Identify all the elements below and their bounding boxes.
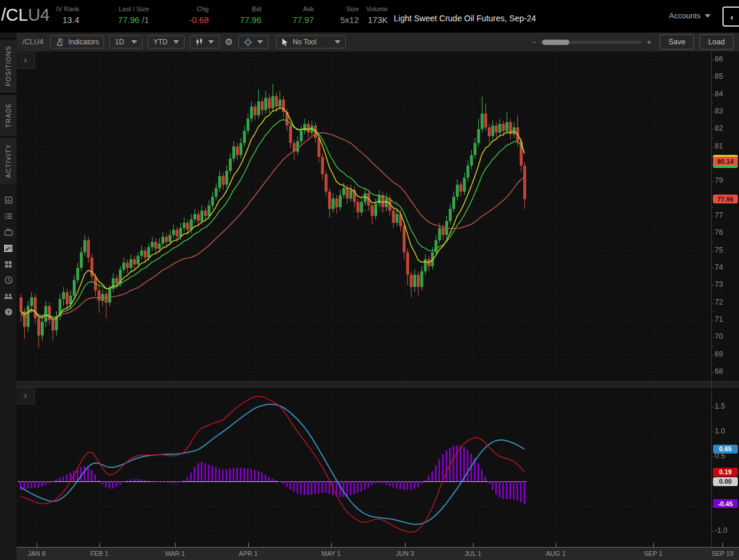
chevron-down-icon	[335, 40, 341, 44]
timeframe-value: 1D	[115, 38, 124, 46]
indicators-label: Indicators	[68, 38, 99, 46]
price-tick-label: 75	[715, 246, 723, 254]
tab-label: POSITIONS	[5, 46, 12, 87]
watchlist-icon[interactable]	[0, 208, 17, 224]
price-tick-label: 81	[715, 142, 723, 150]
left-sidebar: POSITIONS TRADE ACTIVITY ?	[0, 33, 17, 560]
instrument-description: Light Sweet Crude Oil Futures, Sep-24	[394, 14, 536, 23]
chart-settings-gear-icon[interactable]: ⚙	[225, 37, 232, 47]
tv-icon[interactable]	[0, 224, 17, 240]
zoom-in-label[interactable]: +	[647, 37, 652, 47]
time-tick-label: SEP 1	[644, 550, 663, 557]
price-macd-chart-canvas[interactable]	[17, 51, 739, 547]
candlestick-chart-icon	[195, 38, 203, 46]
range-value: YTD	[153, 38, 167, 46]
macd-value-label: 0.65	[713, 445, 738, 454]
price-tick-label: 69	[715, 350, 723, 358]
crosshair-dropdown[interactable]	[238, 35, 268, 48]
cursor-arrow-icon	[281, 38, 289, 46]
drawing-tool-dropdown[interactable]: No Tool	[276, 35, 346, 48]
price-tick-label: 86	[715, 55, 723, 63]
ma-slow-price-label: 80.14	[713, 157, 738, 166]
community-icon[interactable]	[0, 288, 17, 304]
price-tick-label: 74	[715, 263, 723, 271]
chevron-down-icon	[257, 40, 263, 44]
price-tick-label: 70	[715, 332, 723, 341]
accounts-dropdown[interactable]: Accounts	[669, 11, 711, 20]
chevron-down-icon	[173, 40, 179, 44]
macd-panel-expander[interactable]: ›	[17, 387, 35, 404]
time-tick-label: MAY 1	[322, 550, 341, 557]
price-tick-label: 73	[715, 280, 723, 289]
time-tick-label: APR 1	[239, 550, 258, 557]
macd-value-label: -0.45	[713, 499, 738, 508]
indicators-button[interactable]: Indicators	[50, 35, 104, 48]
chart-type-dropdown[interactable]	[190, 35, 219, 48]
time-tick-label: JAN 8	[28, 550, 46, 557]
chevron-down-icon	[131, 40, 137, 44]
price-tick-label: 76	[715, 228, 723, 237]
time-tick-label: MAR 1	[165, 550, 185, 557]
time-tick-label: JUN 3	[396, 550, 414, 557]
price-tick-label: 77	[715, 211, 723, 219]
quote-board-icon[interactable]	[0, 192, 17, 208]
last-price-label: 77.96	[713, 195, 738, 203]
crosshair-icon	[244, 38, 252, 47]
time-tick-label: JUL 1	[465, 550, 481, 557]
chart-icon[interactable]	[0, 240, 17, 256]
time-tick-label: SEP 19	[711, 550, 733, 557]
chevron-down-icon	[208, 40, 214, 44]
zoom-slider-handle[interactable]	[542, 40, 569, 45]
macd-tick-label: 1.0	[715, 427, 725, 435]
quote-header: /CLU4 IV Rank13.4Last / Size77.96 /1Chg-…	[0, 0, 739, 33]
tool-label: No Tool	[293, 38, 330, 46]
load-button[interactable]: Load	[699, 34, 734, 50]
stat-label: IV Rank	[2, 5, 79, 12]
sidebar-tab-positions[interactable]: POSITIONS	[0, 38, 17, 93]
stat-value: 173K	[311, 15, 388, 25]
macd-value-label: 0.19	[713, 468, 738, 477]
price-panel-expander[interactable]: ›	[17, 51, 35, 69]
toolbar-symbol: /CLU4	[22, 38, 43, 46]
stat-volume: Volume173K	[311, 5, 388, 25]
price-tick-label: 82	[715, 124, 723, 132]
price-tick-label: 83	[715, 107, 723, 115]
macd-tick-label: 1.5	[715, 402, 725, 410]
chart-area: › › 68697071727374757677798182838485861.…	[17, 51, 739, 547]
sidebar-tab-trade[interactable]: TRADE	[0, 93, 17, 136]
price-tick-label: 85	[715, 72, 723, 80]
time-tick-label: FEB 1	[90, 550, 109, 557]
price-tick-label: 84	[715, 90, 723, 98]
time-tick-label: AUG 1	[546, 550, 565, 557]
zoom-out-label[interactable]: -	[533, 37, 536, 47]
macd-tick-label: -1.0	[715, 526, 728, 535]
grid-icon[interactable]	[0, 256, 17, 272]
time-axis[interactable]: JAN 8FEB 1MAR 1APR 1MAY 1JUN 3JUL 1AUG 1…	[17, 547, 739, 560]
collapse-panel-button[interactable]: ‹	[722, 7, 739, 27]
price-tick-label: 79	[715, 176, 723, 184]
help-icon[interactable]: ?	[0, 304, 17, 320]
save-button[interactable]: Save	[660, 34, 694, 50]
range-dropdown[interactable]: YTD	[148, 35, 184, 48]
timeframe-dropdown[interactable]: 1D	[109, 35, 142, 48]
stat-value: 13.4	[2, 15, 79, 25]
accounts-label: Accounts	[669, 11, 701, 20]
price-tick-label: 68	[715, 367, 723, 376]
chevron-down-icon	[705, 14, 711, 18]
tab-label: ACTIVITY	[5, 144, 12, 178]
macd-value-label: 0.00	[713, 477, 738, 486]
price-tick-label: 72	[715, 298, 723, 306]
zoom-slider[interactable]	[540, 41, 642, 44]
tab-label: TRADE	[5, 103, 12, 128]
svg-text:?: ?	[7, 309, 9, 315]
chart-toolbar: /CLU4 Indicators 1D YTD ⚙ No Tool - + Sa…	[17, 33, 739, 51]
stat-iv-rank: IV Rank13.4	[2, 5, 79, 25]
indicators-flask-icon	[56, 38, 64, 46]
sidebar-tab-activity[interactable]: ACTIVITY	[0, 136, 17, 184]
stat-label: Volume	[311, 5, 388, 12]
price-tick-label: 71	[715, 315, 723, 323]
zoom-slider-group: - +	[533, 37, 652, 47]
history-icon[interactable]	[0, 272, 17, 288]
